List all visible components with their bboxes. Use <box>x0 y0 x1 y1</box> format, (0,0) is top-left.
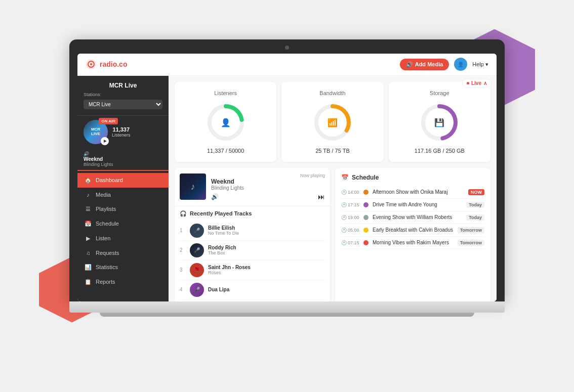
live-chevron: ∧ <box>483 80 487 86</box>
track-name-1: Billie Eilish <box>208 225 325 231</box>
clock-icon-2: 🕐 <box>341 202 347 207</box>
add-media-button[interactable]: 🔊 Add Media <box>400 59 449 70</box>
bandwidth-donut: 📶 <box>312 102 353 143</box>
album-face: ♪ <box>180 173 206 200</box>
header-right: 🔊 Add Media 👤 Help ▾ <box>400 58 488 71</box>
schedule-item-3: 🕐19:00 Evening Show with William Roberts… <box>341 211 484 224</box>
np-controls: 🔊 ⏭ <box>211 193 325 201</box>
media-icon: ♪ <box>85 192 92 198</box>
reports-icon: 📋 <box>85 279 92 285</box>
stations-label: Stations: <box>84 92 162 97</box>
add-media-label: Add Media <box>415 61 443 67</box>
clock-icon-4: 🕐 <box>341 228 347 233</box>
station-logo-wrap: MCRLIVE ON AIR ▶ <box>84 120 108 144</box>
bandwidth-icon: 📶 <box>327 117 338 127</box>
clock-icon-5: 🕐 <box>341 240 347 245</box>
schedule-icon: 📅 <box>85 221 92 227</box>
storage-donut: 💾 <box>419 102 460 143</box>
listeners-donut: 👤 <box>206 102 246 143</box>
sound-icon: 🔊 <box>84 151 89 156</box>
clock-icon-1: 🕐 <box>341 190 347 195</box>
station-info: MCRLIVE ON AIR ▶ 11,337 Listeners <box>77 116 169 148</box>
schedule-header: 📅 Schedule <box>341 174 484 181</box>
sidebar: MCR Live Stations: MCR Live MCR <box>77 76 169 301</box>
track-details-2: Roddy Rich The Box <box>208 245 325 255</box>
recent-tracks-header: 🎧 Recently Played Tracks <box>180 210 325 217</box>
station-name: MCR Live <box>84 82 162 89</box>
nav-label-listen: Listen <box>96 235 110 241</box>
track-num-3: 3 <box>180 267 186 273</box>
statistics-icon: 📊 <box>85 264 92 271</box>
laptop-foot <box>100 313 474 317</box>
app-header: radio.co 🔊 Add Media 👤 Help ▾ <box>77 54 497 76</box>
station-select[interactable]: MCR Live <box>84 100 162 109</box>
track-avatar-1: 🎤 <box>190 224 204 238</box>
laptop-frame: radio.co 🔊 Add Media 👤 Help ▾ <box>69 39 505 317</box>
nav-item-media[interactable]: ♪ Media <box>77 188 169 202</box>
nav-label-schedule: Schedule <box>96 221 119 227</box>
track-row-2: 2 🎤 Roddy Rich The Box <box>180 241 325 260</box>
track-subtitle-1: No Time To Die <box>208 231 325 236</box>
nav-item-reports[interactable]: 📋 Reports <box>77 275 169 289</box>
schedule-item-1: 🕐14:00 Afternoon Show with Onika Maraj N… <box>341 186 484 199</box>
schedule-show-3: Evening Show with William Roberts <box>373 214 462 220</box>
track-details-4: Dua Lipa <box>208 287 325 292</box>
listener-count: 11,337 Listeners <box>112 126 131 138</box>
track-name-3: Saint Jhn - Roses <box>208 265 325 270</box>
stat-card-storage: Storage 💾 117.16 GB / 250 GB <box>389 82 490 162</box>
np-track-name: Weeknd <box>211 178 325 185</box>
bandwidth-value: 25 TB / 75 TB <box>290 148 375 154</box>
schedule-time-2: 🕐17:15 <box>341 202 359 207</box>
schedule-show-5: Morning Vibes with Rakim Mayers <box>373 240 454 245</box>
nav-item-dashboard[interactable]: 🏠 Dashboard <box>77 173 169 188</box>
track-avatar-2: 🎤 <box>190 243 204 257</box>
skip-icon[interactable]: ⏭ <box>318 193 325 201</box>
playlists-icon: ☰ <box>85 206 92 212</box>
schedule-dot-2 <box>363 202 368 207</box>
bandwidth-title: Bandwidth <box>290 90 375 96</box>
track-avatar-4: 🎤 <box>190 283 204 297</box>
storage-icon: 💾 <box>434 117 444 127</box>
track-subtitle-2: The Box <box>208 250 325 255</box>
nav-label-requests: Requests <box>96 250 119 256</box>
listeners-title: Listeners <box>183 90 268 96</box>
schedule-time-4: 🕐05:00 <box>341 228 359 233</box>
schedule-badge-2: Today <box>466 202 484 208</box>
laptop-screen: radio.co 🔊 Add Media 👤 Help ▾ <box>77 54 497 301</box>
logo-icon <box>86 59 97 70</box>
nav-item-schedule[interactable]: 📅 Schedule <box>77 216 169 231</box>
listener-label: Listeners <box>112 133 131 138</box>
track-num-2: 2 <box>180 247 186 253</box>
nav-item-playlists[interactable]: ☰ Playlists <box>77 202 169 216</box>
np-info: Now playing Weeknd Blinding Lights 🔊 ⏭ <box>211 173 325 201</box>
schedule-item-4: 🕐05:00 Early Breakfast with Calvin Broad… <box>341 224 484 237</box>
on-air-badge: ON AIR <box>99 118 118 124</box>
track-subtitle-3: Roses <box>208 270 325 275</box>
nav-item-listen[interactable]: ▶ Listen <box>77 231 169 246</box>
help-button[interactable]: Help ▾ <box>472 61 488 68</box>
main-content: Live ∧ Listeners <box>169 76 497 301</box>
schedule-show-1: Afternoon Show with Onika Maraj <box>373 189 464 195</box>
logo-area: radio.co <box>86 59 127 70</box>
play-button[interactable]: ▶ <box>101 137 109 145</box>
track-row-4: 4 🎤 Dua Lipa <box>180 280 325 300</box>
track-num-4: 4 <box>180 287 186 292</box>
nav-item-statistics[interactable]: 📊 Statistics <box>77 260 169 275</box>
user-button[interactable]: 👤 <box>454 58 467 71</box>
requests-icon: ♫ <box>85 250 92 256</box>
schedule-dot-1 <box>363 190 368 195</box>
nav-item-requests[interactable]: ♫ Requests <box>77 246 169 260</box>
station-logo: MCRLIVE ON AIR ▶ <box>84 120 108 144</box>
now-playing-track: Weeknd <box>84 156 162 162</box>
now-playing-card: ♪ Now playing Weeknd Blinding Lights 🔊 <box>175 168 330 301</box>
volume-icon[interactable]: 🔊 <box>211 193 219 200</box>
listener-number: 11,337 <box>112 126 131 133</box>
track-avatar-3: 🌹 <box>190 263 204 277</box>
schedule-dot-5 <box>363 240 368 245</box>
schedule-item-5: 🕐07:15 Morning Vibes with Rakim Mayers T… <box>341 237 484 249</box>
schedule-dot-4 <box>363 228 368 233</box>
track-name-4: Dua Lipa <box>208 287 325 292</box>
np-album-art: ♪ <box>180 173 206 200</box>
track-details-1: Billie Eilish No Time To Die <box>208 225 325 236</box>
schedule-badge-3: Today <box>466 214 484 221</box>
